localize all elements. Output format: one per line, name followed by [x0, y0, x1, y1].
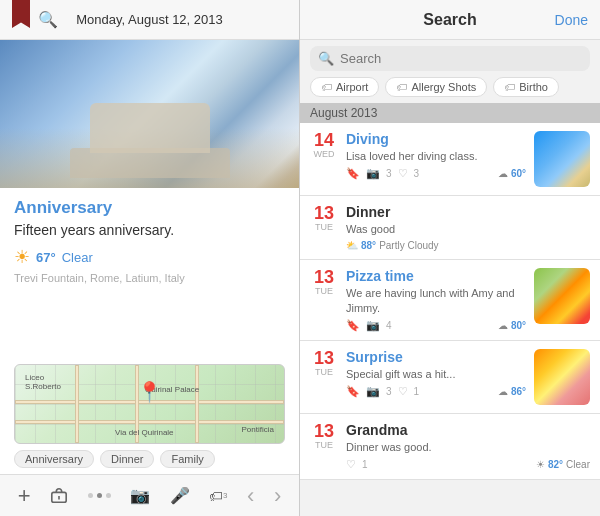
share-button[interactable]: [50, 487, 68, 505]
search-input[interactable]: [340, 51, 582, 66]
tag-icon-airport: 🏷: [321, 81, 332, 93]
filter-tag-airport[interactable]: 🏷 Airport: [310, 77, 379, 97]
result-meta-pizza: 🔖 📷 4 ☁ 80°: [346, 319, 526, 332]
result-title-surprise: Surprise: [346, 349, 526, 365]
result-item-dinner[interactable]: 13 TUE Dinner Was good ⛅ 88° Partly Clou…: [300, 196, 600, 260]
result-snippet-grandma: Dinner was good.: [346, 440, 590, 454]
add-button[interactable]: +: [18, 483, 31, 509]
tag-anniversary[interactable]: Anniversary: [14, 450, 94, 468]
map-road-v1: [75, 365, 79, 443]
day-num-diving: 14: [314, 131, 334, 149]
weather-small-grandma: ☀ 82° Clear: [536, 459, 590, 470]
sun-icon-grandma: ☀: [536, 459, 545, 470]
result-body-diving: Diving Lisa loved her diving class. 🔖 📷 …: [346, 131, 526, 180]
day-name-dinner: TUE: [315, 222, 333, 232]
thumb-pizza-img: [534, 268, 590, 324]
weather-small-diving: ☁ 60°: [498, 168, 526, 179]
fountain-shape: [50, 78, 250, 178]
heart-icon-surprise: ♡: [398, 385, 408, 398]
right-header: Search Done: [300, 0, 600, 40]
result-snippet-pizza: We are having lunch with Amy and Jimmy.: [346, 286, 526, 315]
camera-button[interactable]: 📷: [130, 486, 150, 505]
day-num-surprise: 13: [314, 349, 334, 367]
result-meta-grandma: ♡ 1 ☀ 82° Clear: [346, 458, 590, 471]
thumb-surprise: [534, 349, 590, 405]
bottom-toolbar: + 📷 🎤 🏷3 ‹ ›: [0, 474, 299, 516]
thumb-surprise-img: [534, 349, 590, 405]
map-label-4: Via del Quirinale: [115, 428, 174, 437]
thumb-pizza: [534, 268, 590, 324]
result-date-surprise: 13 TUE: [310, 349, 338, 377]
search-icon-left[interactable]: 🔍: [38, 10, 58, 29]
camera-icon-diving: 📷: [366, 167, 380, 180]
dots-row: [88, 493, 111, 498]
done-button[interactable]: Done: [555, 12, 588, 28]
dot-3: [106, 493, 111, 498]
result-item-diving[interactable]: 14 WED Diving Lisa loved her diving clas…: [300, 123, 600, 196]
temp-surprise: 86°: [511, 386, 526, 397]
heart-count-surprise: 1: [414, 386, 420, 397]
heart-count-diving: 3: [414, 168, 420, 179]
heart-icon-grandma: ♡: [346, 458, 356, 471]
entry-title: Anniversary: [14, 198, 285, 218]
temp-pizza: 80°: [511, 320, 526, 331]
location-text: Trevi Fountain, Rome, Latium, Italy: [14, 272, 285, 284]
camera-count-diving: 3: [386, 168, 392, 179]
tag-family[interactable]: Family: [160, 450, 214, 468]
prev-button[interactable]: ‹: [247, 483, 254, 509]
entry-content: Anniversary Fifteen years anniversary. ☀…: [0, 188, 299, 364]
filter-tag-allergy[interactable]: 🏷 Allergy Shots: [385, 77, 487, 97]
day-num-grandma: 13: [314, 422, 334, 440]
result-body-surprise: Surprise Special gift was a hit... 🔖 📷 3…: [346, 349, 526, 398]
tag-icon-birth: 🏷: [504, 81, 515, 93]
mic-button[interactable]: 🎤: [170, 486, 190, 505]
result-title-pizza: Pizza time: [346, 268, 526, 284]
thumb-diving-img: [534, 131, 590, 187]
result-title-diving: Diving: [346, 131, 526, 147]
weather-desc-dinner: Partly Cloudy: [379, 240, 438, 251]
cloud-icon-diving: ☁: [498, 168, 508, 179]
result-title-dinner: Dinner: [346, 204, 590, 220]
results-list: August 2013 14 WED Diving Lisa loved her…: [300, 103, 600, 516]
day-name-grandma: TUE: [315, 440, 333, 450]
result-body-pizza: Pizza time We are having lunch with Amy …: [346, 268, 526, 332]
weather-small-dinner: ⛅ 88° Partly Cloudy: [346, 240, 439, 251]
result-snippet-diving: Lisa loved her diving class.: [346, 149, 526, 163]
bookmark-icon-diving: 🔖: [346, 167, 360, 180]
map-road-h2: [15, 420, 284, 424]
map-label-3: Pontificia: [242, 425, 274, 434]
tag-dinner[interactable]: Dinner: [100, 450, 154, 468]
result-item-grandma[interactable]: 13 TUE Grandma Dinner was good. ♡ 1 ☀ 82…: [300, 414, 600, 480]
tag-button[interactable]: 🏷3: [209, 488, 227, 504]
day-name-pizza: TUE: [315, 286, 333, 296]
result-date-dinner: 13 TUE: [310, 204, 338, 232]
cloud-icon-pizza: ☁: [498, 320, 508, 331]
entry-body: Fifteen years anniversary.: [14, 222, 285, 238]
hero-image: [0, 40, 299, 188]
day-num-dinner: 13: [314, 204, 334, 222]
bookmark-icon: [12, 0, 30, 28]
date-label: Monday, August 12, 2013: [76, 12, 222, 27]
tag-icon-allergy: 🏷: [396, 81, 407, 93]
result-item-surprise[interactable]: 13 TUE Surprise Special gift was a hit..…: [300, 341, 600, 414]
camera-count-pizza: 4: [386, 320, 392, 331]
tags-row: Anniversary Dinner Family: [0, 444, 299, 474]
result-body-dinner: Dinner Was good ⛅ 88° Partly Cloudy: [346, 204, 590, 251]
search-bar[interactable]: 🔍: [310, 46, 590, 71]
filter-tag-birth[interactable]: 🏷 Birtho: [493, 77, 559, 97]
camera-icon-surprise: 📷: [366, 385, 380, 398]
weather-small-pizza: ☁ 80°: [498, 320, 526, 331]
result-item-pizza[interactable]: 13 TUE Pizza time We are having lunch wi…: [300, 260, 600, 341]
map-label-1: LiceoS.Roberto: [25, 373, 61, 391]
heart-count-grandma: 1: [362, 459, 368, 470]
result-meta-surprise: 🔖 📷 3 ♡ 1 ☁ 86°: [346, 385, 526, 398]
next-button[interactable]: ›: [274, 483, 281, 509]
search-icon-right: 🔍: [318, 51, 334, 66]
weather-temp: 67°: [36, 250, 56, 265]
right-panel: Search Done 🔍 🏷 Airport 🏷 Allergy Shots …: [300, 0, 600, 516]
weather-icon: ☀: [14, 246, 30, 268]
temp-dinner: 88°: [361, 240, 376, 251]
result-title-grandma: Grandma: [346, 422, 590, 438]
month-header: August 2013: [300, 103, 600, 123]
left-panel: 🔍 Monday, August 12, 2013 Anniversary Fi…: [0, 0, 300, 516]
